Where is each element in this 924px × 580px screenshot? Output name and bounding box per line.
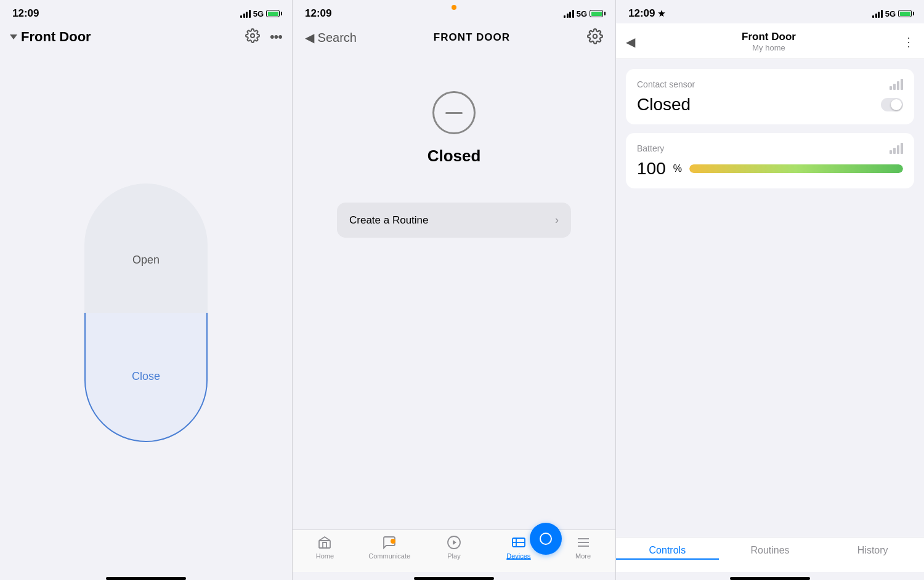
location-icon — [657, 9, 666, 18]
contact-sensor-label: Contact sensor — [637, 79, 695, 89]
signal-bars-1 — [240, 9, 251, 18]
tab-routines[interactable]: Routines — [719, 545, 822, 560]
svg-point-0 — [251, 34, 254, 38]
more-options-button-1[interactable]: ••• — [270, 29, 282, 45]
door-status-label: Closed — [428, 147, 481, 166]
time-3: 12:09 — [628, 7, 655, 20]
back-button-3[interactable]: ◀ — [626, 34, 635, 49]
settings-button-1[interactable] — [245, 28, 260, 46]
contact-sensor-card: Contact sensor Closed — [626, 69, 914, 124]
svg-rect-2 — [319, 541, 330, 548]
status-icons-2: 5G — [564, 9, 603, 18]
nav-home-label: Home — [316, 552, 334, 560]
svg-point-1 — [593, 34, 598, 39]
battery-chart-icon[interactable] — [890, 143, 903, 154]
panel-3-content: Contact sensor Closed Battery — [616, 59, 924, 537]
panel-1-header: Front Door ••• — [0, 23, 292, 53]
door-close-section[interactable]: Close — [84, 313, 208, 442]
panel-3-header: ◀ Front Door My home ⋮ — [616, 23, 924, 59]
tab-controls[interactable]: Controls — [616, 545, 719, 560]
battery-unit: % — [673, 163, 682, 174]
toggle-knob — [891, 99, 902, 110]
home-indicator-3 — [730, 577, 810, 580]
header-icons-1: ••• — [245, 28, 282, 46]
signal-bars-2 — [564, 9, 574, 18]
door-open-section[interactable]: Open — [84, 183, 208, 313]
orange-dot-2 — [452, 5, 456, 10]
contact-sensor-label-row: Contact sensor — [637, 79, 903, 90]
door-status-circle — [432, 91, 476, 134]
network-type-2: 5G — [577, 9, 587, 18]
create-routine-button[interactable]: Create a Routine › — [337, 203, 571, 238]
more-icon — [576, 535, 591, 550]
nav-home[interactable]: Home — [293, 535, 357, 560]
battery-bar — [689, 164, 903, 173]
battery-fill-1 — [268, 12, 278, 16]
back-button-2[interactable]: ◀ Search — [305, 30, 357, 45]
signal-bar-1 — [240, 15, 242, 18]
signal-bars-3 — [872, 9, 883, 18]
panel-front-door-main: 12:09 5G ◀ Search FRONT DOOR — [293, 0, 616, 580]
network-type-1: 5G — [253, 9, 264, 18]
battery-indicator-3 — [898, 10, 912, 17]
panel-3-title: Front Door — [742, 31, 796, 43]
play-icon — [447, 535, 461, 550]
more-options-button-3[interactable]: ⋮ — [902, 34, 914, 49]
door-widget-area: Open Close — [0, 53, 292, 572]
panel-2-title: FRONT DOOR — [434, 31, 510, 44]
battery-label-row: Battery — [637, 143, 903, 154]
nav-play-label: Play — [447, 552, 460, 560]
svg-marker-4 — [453, 540, 456, 545]
home-icon — [317, 535, 332, 550]
active-tab-indicator — [506, 558, 531, 560]
home-indicator-2 — [414, 577, 494, 580]
nav-more-label: More — [575, 552, 591, 560]
status-bar-1: 12:09 5G — [0, 0, 292, 23]
bottom-nav: Home Communicate Play — [293, 530, 615, 572]
devices-icon — [511, 535, 526, 550]
panel-3-header-center: Front Door My home — [742, 31, 796, 52]
fab-inner — [540, 533, 552, 545]
panel-2-content: Closed Create a Routine › — [293, 54, 615, 530]
status-left-3: 12:09 — [628, 7, 666, 20]
signal-bar-3 — [246, 12, 248, 18]
contact-sensor-chart-icon[interactable] — [890, 79, 903, 90]
status-bar-2: 12:09 5G — [293, 0, 615, 23]
panel-2-header: ◀ Search FRONT DOOR — [293, 23, 615, 54]
chevron-right-icon: › — [555, 214, 559, 227]
create-routine-text: Create a Routine — [349, 214, 429, 227]
time-2: 12:09 — [305, 7, 331, 20]
battery-indicator-1 — [266, 10, 280, 17]
chevron-down-icon[interactable] — [10, 34, 17, 39]
status-bar-3: 12:09 5G — [616, 0, 924, 23]
svg-marker-11 — [659, 10, 666, 17]
panel-device-detail: 12:09 5G ◀ Front Door My home ⋮ — [616, 0, 924, 580]
fab-button[interactable] — [530, 523, 562, 555]
panel-home: 12:09 5G Front Door — [0, 0, 293, 580]
door-close-label: Close — [132, 370, 160, 383]
header-left-1: Front Door — [10, 29, 91, 45]
nav-devices[interactable]: Devices — [486, 535, 551, 560]
contact-sensor-toggle[interactable] — [881, 98, 903, 111]
battery-card: Battery 100 % — [626, 133, 914, 188]
door-sensor-widget: Open Close — [84, 183, 208, 442]
settings-button-2[interactable] — [587, 28, 603, 47]
battery-value: 100 — [637, 159, 666, 179]
battery-value-row: 100 % — [637, 159, 903, 179]
communicate-icon-wrapper — [382, 535, 397, 550]
nav-communicate[interactable]: Communicate — [357, 535, 422, 560]
status-icons-3: 5G — [872, 9, 912, 18]
battery-indicator-2 — [590, 10, 603, 17]
nav-communicate-label: Communicate — [368, 552, 410, 560]
nav-play[interactable]: Play — [422, 535, 487, 560]
network-type-3: 5G — [885, 9, 896, 18]
battery-bar-container — [689, 164, 903, 173]
time-1: 12:09 — [12, 7, 39, 20]
home-indicator-1 — [106, 577, 186, 580]
signal-bar-4 — [249, 10, 251, 18]
panel-3-subtitle: My home — [742, 43, 796, 52]
tab-history[interactable]: History — [821, 545, 924, 560]
contact-sensor-value: Closed — [637, 95, 691, 115]
battery-label: Battery — [637, 143, 664, 153]
bottom-tabs-3: Controls Routines History — [616, 537, 924, 572]
